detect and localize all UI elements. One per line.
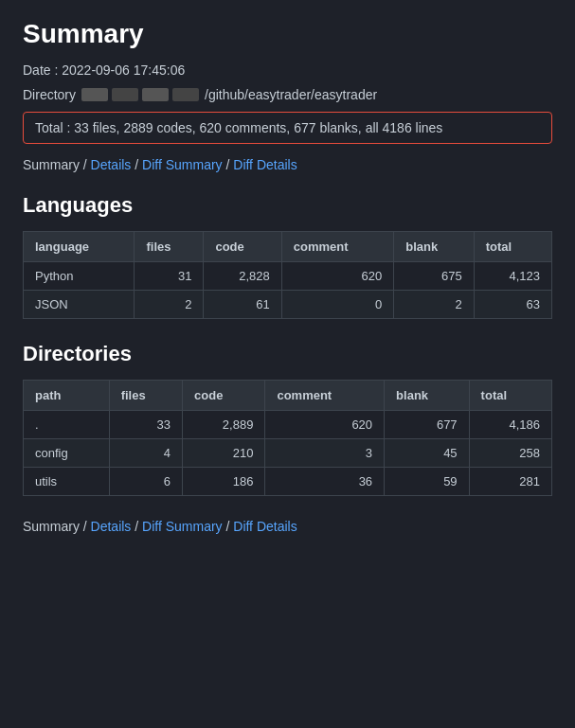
table-cell: 677: [385, 411, 470, 439]
table-cell: 6: [109, 468, 182, 496]
nav-diff-details-link-bottom[interactable]: Diff Details: [233, 519, 296, 534]
lang-col-files: files: [135, 232, 204, 262]
table-cell: 61: [204, 291, 281, 319]
table-cell: 3: [265, 439, 385, 468]
table-cell: 281: [469, 468, 551, 496]
nav-details-link-top[interactable]: Details: [91, 157, 132, 172]
dir-col-comment: comment: [265, 381, 385, 411]
table-cell: 59: [385, 468, 470, 496]
table-cell: 2: [135, 291, 204, 319]
table-row: JSON2610263: [24, 291, 552, 319]
directories-header-row: path files code comment blank total: [24, 381, 552, 411]
nav-diff-summary-link-top[interactable]: Diff Summary: [142, 157, 223, 172]
dir-col-path: path: [24, 381, 110, 411]
lang-col-code: code: [204, 232, 281, 262]
directories-table-body: .332,8896206774,186config4210345258utils…: [24, 411, 552, 496]
total-summary-text: Total : 33 files, 2889 codes, 620 commen…: [35, 120, 442, 135]
table-cell: 4,186: [469, 411, 551, 439]
lang-col-blank: blank: [394, 232, 474, 262]
table-cell: 2: [394, 291, 474, 319]
dir-col-total: total: [469, 381, 551, 411]
table-cell: 45: [385, 439, 470, 468]
table-cell: config: [24, 439, 110, 468]
table-cell: 2,828: [204, 262, 281, 291]
directories-title: Directories: [23, 342, 552, 366]
languages-section: Languages language files code comment bl…: [23, 193, 552, 319]
nav-sep-2: /: [135, 157, 142, 172]
table-cell: 63: [474, 291, 551, 319]
nav-sep-1: /: [83, 157, 91, 172]
dir-col-blank: blank: [385, 381, 470, 411]
dir-block-2: [112, 88, 138, 101]
languages-table-body: Python312,8286206754,123JSON2610263: [24, 262, 552, 319]
table-cell: 675: [394, 262, 474, 291]
dir-block-4: [172, 88, 199, 101]
table-cell: utils: [24, 468, 110, 496]
nav-summary-label-bottom: Summary: [23, 519, 80, 534]
table-row: .332,8896206774,186: [24, 411, 552, 439]
directories-table: path files code comment blank total .332…: [23, 380, 552, 496]
nav-links-top: Summary / Details / Diff Summary / Diff …: [23, 157, 552, 172]
table-cell: .: [24, 411, 110, 439]
nav-details-link-bottom[interactable]: Details: [91, 519, 132, 534]
total-summary-box: Total : 33 files, 2889 codes, 620 commen…: [23, 112, 552, 144]
directory-label: Directory: [23, 87, 76, 102]
table-cell: 31: [135, 262, 204, 291]
date-line: Date : 2022-09-06 17:45:06: [23, 62, 552, 78]
languages-title: Languages: [23, 193, 552, 218]
dir-col-files: files: [109, 381, 182, 411]
table-cell: 210: [183, 439, 265, 468]
table-cell: 0: [281, 291, 393, 319]
directory-line: Directory /github/easytrader/easytrader: [23, 87, 552, 102]
languages-header-row: language files code comment blank total: [24, 232, 552, 262]
table-cell: 2,889: [183, 411, 265, 439]
table-cell: 620: [265, 411, 385, 439]
directories-table-header: path files code comment blank total: [24, 381, 552, 411]
table-cell: Python: [24, 262, 135, 291]
nav-diff-details-link-top[interactable]: Diff Details: [233, 157, 296, 172]
nav-sep-b2: /: [135, 519, 142, 534]
lang-col-language: language: [24, 232, 135, 262]
table-cell: 620: [281, 262, 393, 291]
directory-icon-blocks: [81, 88, 199, 101]
page-title: Summary: [23, 19, 552, 49]
table-cell: 186: [183, 468, 265, 496]
dir-block-1: [81, 88, 108, 101]
dir-col-code: code: [183, 381, 265, 411]
table-row: utils61863659281: [24, 468, 552, 496]
table-cell: JSON: [24, 291, 135, 319]
table-cell: 4: [109, 439, 182, 468]
directory-path: /github/easytrader/easytrader: [205, 87, 377, 102]
table-cell: 4,123: [474, 262, 551, 291]
nav-sep-b1: /: [83, 519, 91, 534]
directories-section: Directories path files code comment blan…: [23, 342, 552, 496]
lang-col-comment: comment: [281, 232, 393, 262]
nav-links-bottom: Summary / Details / Diff Summary / Diff …: [23, 519, 552, 534]
languages-table: language files code comment blank total …: [23, 231, 552, 319]
dir-block-3: [142, 88, 169, 101]
table-cell: 258: [469, 439, 551, 468]
lang-col-total: total: [474, 232, 551, 262]
table-cell: 36: [265, 468, 385, 496]
nav-diff-summary-link-bottom[interactable]: Diff Summary: [142, 519, 223, 534]
nav-summary-label: Summary: [23, 157, 80, 172]
table-cell: 33: [109, 411, 182, 439]
table-row: Python312,8286206754,123: [24, 262, 552, 291]
languages-table-header: language files code comment blank total: [24, 232, 552, 262]
table-row: config4210345258: [24, 439, 552, 468]
